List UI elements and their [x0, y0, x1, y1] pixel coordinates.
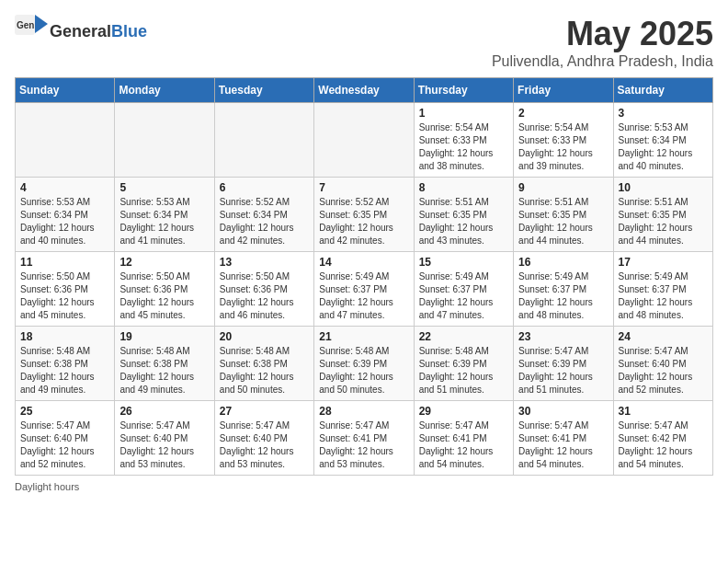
- day-number: 18: [20, 330, 109, 343]
- day-number: 12: [119, 256, 209, 269]
- calendar-week-3: 11Sunrise: 5:50 AMSunset: 6:36 PMDayligh…: [16, 252, 713, 327]
- day-info: Sunrise: 5:48 AMSunset: 6:39 PMDaylight:…: [319, 345, 408, 396]
- calendar-cell: 16Sunrise: 5:49 AMSunset: 6:37 PMDayligh…: [514, 252, 613, 327]
- day-number: 9: [518, 181, 608, 194]
- day-number: 13: [220, 256, 309, 269]
- calendar-cell: 5Sunrise: 5:53 AMSunset: 6:34 PMDaylight…: [115, 178, 214, 252]
- day-number: 24: [619, 330, 708, 343]
- calendar-cell: 27Sunrise: 5:47 AMSunset: 6:40 PMDayligh…: [214, 401, 313, 476]
- calendar-cell: 17Sunrise: 5:49 AMSunset: 6:37 PMDayligh…: [613, 252, 712, 327]
- day-info: Sunrise: 5:48 AMSunset: 6:38 PMDaylight:…: [220, 345, 309, 396]
- calendar-cell: 23Sunrise: 5:47 AMSunset: 6:39 PMDayligh…: [514, 327, 613, 401]
- calendar-cell: [16, 103, 115, 178]
- day-number: 15: [419, 256, 508, 269]
- calendar-cell: 6Sunrise: 5:52 AMSunset: 6:34 PMDaylight…: [214, 178, 313, 252]
- day-info: Sunrise: 5:47 AMSunset: 6:40 PMDaylight:…: [119, 419, 209, 471]
- calendar-cell: 8Sunrise: 5:51 AMSunset: 6:35 PMDaylight…: [414, 178, 513, 252]
- calendar-header-wednesday: Wednesday: [314, 78, 414, 103]
- day-info: Sunrise: 5:52 AMSunset: 6:34 PMDaylight:…: [220, 196, 309, 247]
- calendar-header-thursday: Thursday: [414, 78, 513, 103]
- day-number: 19: [119, 330, 209, 343]
- calendar-cell: 20Sunrise: 5:48 AMSunset: 6:38 PMDayligh…: [214, 327, 313, 401]
- day-info: Sunrise: 5:53 AMSunset: 6:34 PMDaylight:…: [619, 121, 708, 173]
- day-number: 1: [419, 107, 508, 120]
- calendar-cell: 31Sunrise: 5:47 AMSunset: 6:42 PMDayligh…: [613, 401, 712, 476]
- calendar-header-row: SundayMondayTuesdayWednesdayThursdayFrid…: [16, 78, 713, 103]
- title-block: May 2025 Pulivendla, Andhra Pradesh, Ind…: [492, 15, 713, 70]
- svg-marker-2: [35, 15, 48, 33]
- calendar-header-friday: Friday: [514, 78, 613, 103]
- day-number: 10: [619, 181, 708, 194]
- calendar-cell: 3Sunrise: 5:53 AMSunset: 6:34 PMDaylight…: [613, 103, 712, 178]
- day-number: 23: [518, 330, 608, 343]
- daylight-note: Daylight hours: [15, 481, 713, 492]
- calendar-cell: 10Sunrise: 5:51 AMSunset: 6:35 PMDayligh…: [613, 178, 712, 252]
- calendar-cell: 28Sunrise: 5:47 AMSunset: 6:41 PMDayligh…: [314, 401, 414, 476]
- calendar-cell: 21Sunrise: 5:48 AMSunset: 6:39 PMDayligh…: [314, 327, 414, 401]
- day-number: 22: [419, 330, 508, 343]
- day-number: 26: [119, 405, 209, 418]
- calendar-cell: 2Sunrise: 5:54 AMSunset: 6:33 PMDaylight…: [514, 103, 613, 178]
- note-text: Daylight hours: [15, 481, 79, 492]
- day-info: Sunrise: 5:48 AMSunset: 6:39 PMDaylight:…: [419, 345, 508, 396]
- day-info: Sunrise: 5:48 AMSunset: 6:38 PMDaylight:…: [20, 345, 109, 396]
- day-number: 29: [419, 405, 508, 418]
- calendar-cell: 13Sunrise: 5:50 AMSunset: 6:36 PMDayligh…: [214, 252, 313, 327]
- day-number: 4: [20, 181, 109, 194]
- calendar-cell: 29Sunrise: 5:47 AMSunset: 6:41 PMDayligh…: [414, 401, 513, 476]
- logo-blue-text: Blue: [111, 22, 147, 40]
- day-info: Sunrise: 5:47 AMSunset: 6:41 PMDaylight:…: [518, 419, 608, 471]
- day-info: Sunrise: 5:49 AMSunset: 6:37 PMDaylight:…: [319, 270, 408, 322]
- day-number: 20: [220, 330, 309, 343]
- calendar-cell: [314, 103, 414, 178]
- day-number: 14: [319, 256, 408, 269]
- day-info: Sunrise: 5:47 AMSunset: 6:40 PMDaylight:…: [20, 419, 109, 471]
- logo-general-text: General: [50, 22, 111, 40]
- day-info: Sunrise: 5:49 AMSunset: 6:37 PMDaylight:…: [518, 270, 608, 322]
- day-info: Sunrise: 5:49 AMSunset: 6:37 PMDaylight:…: [619, 270, 708, 322]
- day-info: Sunrise: 5:50 AMSunset: 6:36 PMDaylight:…: [220, 270, 309, 322]
- day-number: 5: [119, 181, 209, 194]
- day-number: 21: [319, 330, 408, 343]
- calendar-cell: 11Sunrise: 5:50 AMSunset: 6:36 PMDayligh…: [16, 252, 115, 327]
- calendar-cell: 15Sunrise: 5:49 AMSunset: 6:37 PMDayligh…: [414, 252, 513, 327]
- calendar-week-2: 4Sunrise: 5:53 AMSunset: 6:34 PMDaylight…: [16, 178, 713, 252]
- day-number: 27: [220, 405, 309, 418]
- day-info: Sunrise: 5:47 AMSunset: 6:40 PMDaylight:…: [619, 345, 708, 396]
- day-info: Sunrise: 5:51 AMSunset: 6:35 PMDaylight:…: [419, 196, 508, 247]
- calendar-week-4: 18Sunrise: 5:48 AMSunset: 6:38 PMDayligh…: [16, 327, 713, 401]
- logo-icon: Gen: [15, 15, 48, 48]
- day-number: 8: [419, 181, 508, 194]
- day-info: Sunrise: 5:48 AMSunset: 6:38 PMDaylight:…: [119, 345, 209, 396]
- calendar-cell: 22Sunrise: 5:48 AMSunset: 6:39 PMDayligh…: [414, 327, 513, 401]
- month-title: May 2025: [492, 15, 713, 53]
- calendar-header-saturday: Saturday: [613, 78, 712, 103]
- calendar-cell: 19Sunrise: 5:48 AMSunset: 6:38 PMDayligh…: [115, 327, 214, 401]
- calendar-week-5: 25Sunrise: 5:47 AMSunset: 6:40 PMDayligh…: [16, 401, 713, 476]
- calendar-header-monday: Monday: [115, 78, 214, 103]
- day-number: 2: [518, 107, 608, 120]
- location-text: Pulivendla, Andhra Pradesh, India: [492, 53, 713, 70]
- calendar-cell: 7Sunrise: 5:52 AMSunset: 6:35 PMDaylight…: [314, 178, 414, 252]
- day-info: Sunrise: 5:54 AMSunset: 6:33 PMDaylight:…: [419, 121, 508, 173]
- day-info: Sunrise: 5:50 AMSunset: 6:36 PMDaylight:…: [20, 270, 109, 322]
- day-info: Sunrise: 5:47 AMSunset: 6:42 PMDaylight:…: [619, 419, 708, 471]
- day-info: Sunrise: 5:47 AMSunset: 6:39 PMDaylight:…: [518, 345, 608, 396]
- day-info: Sunrise: 5:51 AMSunset: 6:35 PMDaylight:…: [619, 196, 708, 247]
- day-info: Sunrise: 5:52 AMSunset: 6:35 PMDaylight:…: [319, 196, 408, 247]
- day-info: Sunrise: 5:47 AMSunset: 6:40 PMDaylight:…: [220, 419, 309, 471]
- calendar-cell: 4Sunrise: 5:53 AMSunset: 6:34 PMDaylight…: [16, 178, 115, 252]
- calendar-cell: 12Sunrise: 5:50 AMSunset: 6:36 PMDayligh…: [115, 252, 214, 327]
- calendar-cell: 18Sunrise: 5:48 AMSunset: 6:38 PMDayligh…: [16, 327, 115, 401]
- day-number: 17: [619, 256, 708, 269]
- day-number: 31: [619, 405, 708, 418]
- calendar-cell: 9Sunrise: 5:51 AMSunset: 6:35 PMDaylight…: [514, 178, 613, 252]
- logo: Gen GeneralBlue: [15, 15, 147, 48]
- day-number: 11: [20, 256, 109, 269]
- day-info: Sunrise: 5:49 AMSunset: 6:37 PMDaylight:…: [419, 270, 508, 322]
- page-header: Gen GeneralBlue May 2025 Pulivendla, And…: [15, 15, 713, 70]
- day-number: 25: [20, 405, 109, 418]
- day-number: 30: [518, 405, 608, 418]
- day-number: 28: [319, 405, 408, 418]
- day-number: 3: [619, 107, 708, 120]
